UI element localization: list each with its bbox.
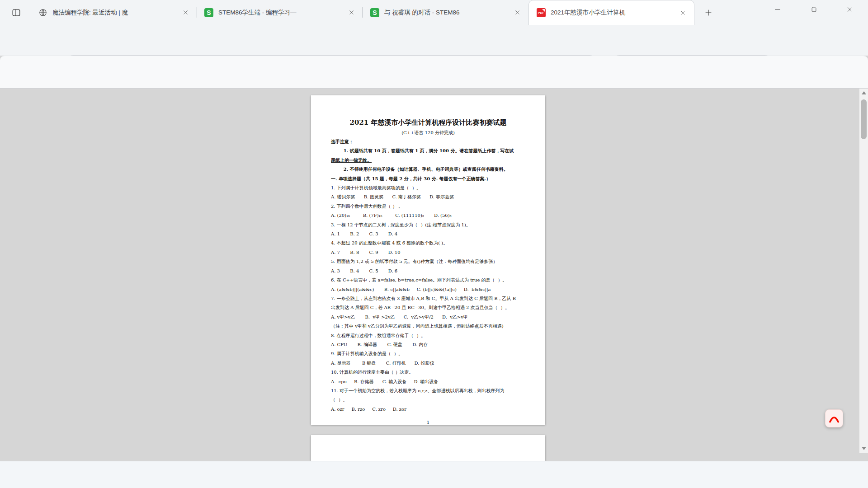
minimize-icon: [774, 6, 781, 13]
document-line: A. (20)₁₆ B. (7F)₁₆ C. (111110)₂ D. (56)…: [331, 211, 525, 220]
document-line: 4. 不超过 20 的正整数中能被 4 或 6 整除的数个数为( )。: [331, 239, 525, 248]
document-line: 7. 一条公路上，从左到右依次有 3 座城市 A,B 和 C。甲从 A 出发到达…: [331, 294, 525, 303]
document-line: A. 1 B. 2 C. 3 D. 4: [331, 230, 525, 239]
document-line: 出发到达 A 后返回 C，若 AB=20 且 BC=30。则途中甲乙恰相遇 2 …: [331, 303, 525, 312]
maximize-icon: [811, 6, 817, 13]
document-line: 10. 计算机的运行速度主要由（ ）决定。: [331, 368, 525, 377]
stem86-icon: S: [370, 8, 379, 17]
document-line: 选手注意：: [331, 137, 525, 146]
scrollbar-thumb[interactable]: [861, 99, 867, 139]
document-line: A. 3 B. 4 C. 5 D. 6: [331, 267, 525, 276]
minimize-button[interactable]: [760, 0, 796, 19]
document-page[interactable]: 2021 年慈溪市小学生计算机程序设计比赛初赛试题(C++语言 120 分钟完成…: [311, 95, 545, 425]
maximize-button[interactable]: [796, 0, 832, 19]
close-icon: [349, 9, 354, 15]
tab-close-button[interactable]: [511, 7, 523, 19]
tab-actions-button[interactable]: [8, 5, 24, 20]
browser-tab[interactable]: PDF2021年慈溪市小学生计算机: [528, 0, 694, 25]
document-line: A. 诺贝尔奖 B. 图灵奖 C. 南丁格尔奖 D. 菲尔兹奖: [331, 192, 525, 202]
document-line: 8. 在程序运行过程中，数组通常存储于（ ）。: [331, 331, 525, 340]
tab-close-button[interactable]: [179, 7, 191, 19]
close-icon: [183, 9, 189, 15]
workspaces-icon: [11, 8, 21, 18]
document-line: 2021 年慈溪市小学生计算机程序设计比赛初赛试题: [331, 116, 525, 128]
tab-title: 与 祝睿琪 的对话 - STEM86: [384, 9, 511, 17]
close-icon: [680, 10, 686, 16]
scroll-down-button[interactable]: [859, 444, 868, 453]
document-page-2[interactable]: [311, 435, 545, 461]
document-line: （注：其中 v甲和 v乙分别为甲乙的速度，同向追上也算相遇，但到达终点后不再相遇…: [331, 322, 525, 331]
close-icon: [514, 9, 520, 15]
document-line: （ ）。: [331, 395, 525, 404]
pdf-toolbar: 绘制 aあ 1 / 12: [0, 56, 868, 89]
document-line: A. 显示器 B 键盘 C. 打印机 D. 投影仪: [331, 359, 525, 368]
document-line: 5. 用面值为 1,2 或 5 的纸币付款 5 元。有()种方案（注：每种面值均…: [331, 257, 525, 266]
document-line: 1: [331, 418, 525, 427]
pdf-file-icon: PDF: [537, 8, 546, 17]
pdf-viewer: 2021 年慈溪市小学生计算机程序设计比赛初赛试题(C++语言 120 分钟完成…: [0, 89, 868, 461]
globe-icon: [38, 8, 47, 17]
document-line: A. CPU B. 编译器 C. 硬盘 D. 内存: [331, 340, 525, 349]
document-line: 1. 试题纸共有 10 页，答题纸共有 1 页，满分 100 分。请在答题纸上作…: [331, 146, 525, 155]
document-line: 1. 下列属于计算机领域最高奖项的是（ ）。: [331, 183, 525, 192]
document-line: A. 7 B. 8 C. 9 D. 10: [331, 248, 525, 257]
close-button[interactable]: [832, 0, 868, 19]
document-line: 一. 单项选择题（共 15 题，每题 2 分，共计 30 分. 每题仅有一个正确…: [331, 174, 525, 183]
tab-close-button[interactable]: [677, 7, 689, 19]
document-line: 11. 对于一个初始为空的栈，若入栈顺序为 o,r,z。全部进栈以后再出栈，则出…: [331, 386, 525, 395]
stem86-icon: S: [204, 8, 213, 17]
document-line: 2. 不得使用任何电子设备（如计算器、手机、电子词典等）或查阅任何书籍资料。: [331, 165, 525, 174]
document-line: A. (a&&b)||(a&&c) B. c||a&&b C. (b||c)&&…: [331, 285, 525, 294]
document-line: 9. 属于计算机输入设备的是（ ）。: [331, 349, 525, 358]
scrollbar[interactable]: [859, 89, 868, 453]
document-line: 2. 下列四个数中最大的数是（ ） 。: [331, 202, 525, 211]
tab-bar: 魔法编程学院: 最近活动 | 魔SSTEM86学生端 - 编程学习—S与 祝睿琪…: [0, 0, 868, 25]
acrobat-icon: [827, 412, 841, 425]
document-line: 6. 在 C++语言中，若 a=false, b=true,c=false。则下…: [331, 276, 525, 285]
tab-strip: 魔法编程学院: 最近活动 | 魔SSTEM86学生端 - 编程学习—S与 祝睿琪…: [31, 0, 694, 25]
desktop: 魔法编程学院: 最近活动 | 魔SSTEM86学生端 - 编程学习—S与 祝睿琪…: [0, 0, 868, 488]
tab-title: 魔法编程学院: 最近活动 | 魔: [52, 9, 179, 17]
browser-tab[interactable]: 魔法编程学院: 最近活动 | 魔: [31, 0, 197, 25]
document-line: 3. 一棵 12 个节点的二叉树，深度至少为（ ）(注:根节点深度为 1)。: [331, 221, 525, 230]
document-line: 题纸上的一律无效。: [331, 156, 525, 165]
tab-title: STEM86学生端 - 编程学习—: [218, 9, 345, 17]
document-line: A. ozr B. rzo C. zro D. zor: [331, 405, 525, 414]
open-in-acrobat-button[interactable]: [825, 409, 843, 427]
scroll-up-button[interactable]: [859, 89, 868, 97]
document-line: A. cpu B. 存储器 C. 输入设备 D. 输出设备: [331, 377, 525, 386]
tab-close-button[interactable]: [345, 7, 357, 19]
taskbar: 搜索 2 猛龙 - 篮网 比赛分数 S: [0, 461, 868, 488]
window-controls: [760, 0, 868, 19]
browser-tab[interactable]: S与 祝睿琪 的对话 - STEM86: [363, 0, 528, 25]
document-line: A. v甲>v乙 B. v甲 >2v乙 C. v乙>v甲/2 D. v乙>v甲: [331, 313, 525, 322]
close-icon: [846, 6, 854, 13]
browser-tab[interactable]: SSTEM86学生端 - 编程学习—: [197, 0, 363, 25]
address-bar: 文件 C:/Users/86136/Desktop/竞赛题库/2021年慈溪市小…: [0, 25, 868, 56]
document-line: (C++语言 120 分钟完成): [331, 128, 525, 137]
new-tab-button[interactable]: [700, 5, 717, 20]
tab-title: 2021年慈溪市小学生计算机: [551, 9, 677, 17]
plus-icon: [704, 9, 712, 17]
